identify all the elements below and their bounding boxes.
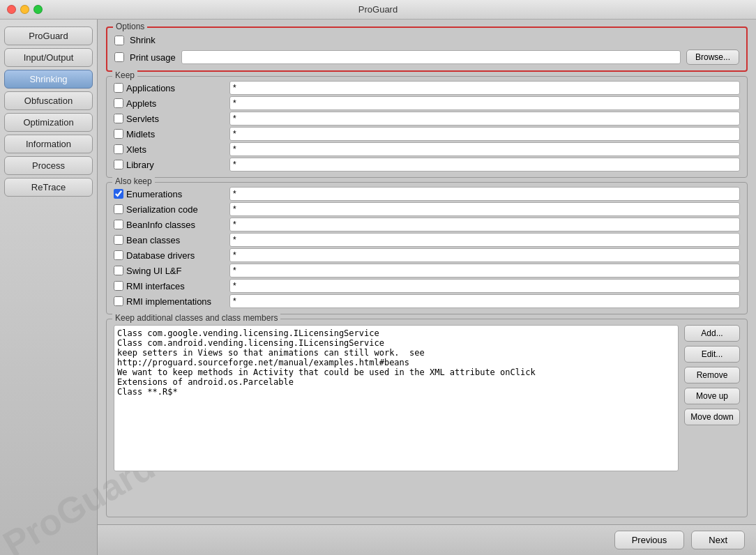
additional-buttons: Add... Edit... Remove Move up Move down <box>684 325 740 471</box>
sidebar-item-proguard[interactable]: ProGuard <box>4 26 93 45</box>
bean-classes-input[interactable] <box>229 233 740 247</box>
beaninfo-label: BeanInfo classes <box>114 220 225 230</box>
midlets-checkbox[interactable] <box>114 129 123 139</box>
sidebar-item-input-output[interactable]: Input/Output <box>4 48 93 67</box>
additional-label: Keep additional classes and class member… <box>112 313 280 323</box>
beaninfo-checkbox[interactable] <box>114 220 123 229</box>
database-drivers-input[interactable] <box>229 248 740 262</box>
serialization-input[interactable] <box>229 202 740 216</box>
minimize-button[interactable] <box>20 5 29 14</box>
library-input[interactable] <box>229 158 740 172</box>
applications-checkbox[interactable] <box>114 83 123 93</box>
remove-button[interactable]: Remove <box>684 367 740 383</box>
print-usage-label: Print usage <box>130 52 176 63</box>
also-keep-group: Also keep Enumerations Serialization cod… <box>106 182 748 314</box>
previous-button[interactable]: Previous <box>614 531 685 549</box>
also-keep-row-database-drivers: Database drivers <box>114 248 740 262</box>
library-label: Library <box>114 160 225 170</box>
also-keep-row-enumerations: Enumerations <box>114 187 740 201</box>
title-bar: ProGuard <box>0 0 756 20</box>
add-button[interactable]: Add... <box>684 325 740 342</box>
sidebar-item-process[interactable]: Process <box>4 156 93 175</box>
sidebar-item-obfuscation[interactable]: Obfuscation <box>4 91 93 110</box>
main-layout: ProGuard Input/Output Shrinking Obfuscat… <box>0 20 756 555</box>
also-keep-row-swing-ui: Swing UI L&F <box>114 264 740 278</box>
also-keep-row-beaninfo: BeanInfo classes <box>114 218 740 231</box>
keep-row-servlets: Servlets <box>114 112 740 126</box>
servlets-checkbox[interactable] <box>114 114 123 123</box>
midlets-label: Midlets <box>114 129 225 139</box>
sidebar-item-optimization[interactable]: Optimization <box>4 113 93 132</box>
shrink-label: Shrink <box>130 35 156 45</box>
also-keep-row-bean-classes: Bean classes <box>114 233 740 247</box>
bean-classes-label: Bean classes <box>114 235 225 245</box>
keep-row-applications: Applications <box>114 81 740 95</box>
bean-classes-checkbox[interactable] <box>114 235 123 245</box>
next-button[interactable]: Next <box>691 531 745 549</box>
shrink-checkbox[interactable] <box>114 36 124 45</box>
keep-row-applets: Applets <box>114 96 740 110</box>
content-area: Options Shrink Print usage Browse... Kee… <box>98 20 756 524</box>
additional-group: Keep additional classes and class member… <box>106 319 748 517</box>
rmi-interfaces-input[interactable] <box>229 279 740 293</box>
rmi-impl-label: RMI implementations <box>114 296 225 307</box>
keep-row-library: Library <box>114 158 740 172</box>
sidebar-item-retrace[interactable]: ReTrace <box>4 178 93 197</box>
keep-label: Keep <box>112 70 137 80</box>
rmi-impl-checkbox[interactable] <box>114 296 123 306</box>
enumerations-label: Enumerations <box>114 189 225 199</box>
print-usage-input[interactable] <box>181 50 681 64</box>
midlets-input[interactable] <box>229 127 740 141</box>
applets-checkbox[interactable] <box>114 98 123 108</box>
sidebar: ProGuard Input/Output Shrinking Obfuscat… <box>0 20 98 555</box>
database-drivers-label: Database drivers <box>114 250 225 261</box>
additional-textarea[interactable]: Class com.google.vending.licensing.ILice… <box>114 325 679 471</box>
applications-label: Applications <box>114 83 225 93</box>
swing-ui-checkbox[interactable] <box>114 266 123 275</box>
rmi-impl-input[interactable] <box>229 294 740 308</box>
swing-ui-input[interactable] <box>229 264 740 278</box>
applets-input[interactable] <box>229 96 740 110</box>
rmi-interfaces-label: RMI interfaces <box>114 281 225 291</box>
close-button[interactable] <box>7 5 16 14</box>
rmi-interfaces-checkbox[interactable] <box>114 281 123 291</box>
print-usage-row: Print usage Browse... <box>114 50 739 65</box>
also-keep-row-serialization: Serialization code <box>114 202 740 216</box>
xlets-input[interactable] <box>229 142 740 156</box>
traffic-lights <box>7 5 43 14</box>
options-group: Options Shrink Print usage Browse... <box>106 26 748 72</box>
edit-button[interactable]: Edit... <box>684 346 740 363</box>
serialization-checkbox[interactable] <box>114 204 123 214</box>
options-label: Options <box>113 22 147 31</box>
sidebar-item-shrinking[interactable]: Shrinking <box>4 70 93 89</box>
applets-label: Applets <box>114 98 225 109</box>
also-keep-row-rmi-interfaces: RMI interfaces <box>114 279 740 293</box>
serialization-label: Serialization code <box>114 204 225 215</box>
keep-group: Keep Applications Applets <box>106 76 748 178</box>
footer: Previous Next <box>98 524 756 555</box>
swing-ui-label: Swing UI L&F <box>114 266 225 276</box>
xlets-checkbox[interactable] <box>114 144 123 154</box>
servlets-input[interactable] <box>229 112 740 126</box>
enumerations-input[interactable] <box>229 187 740 201</box>
browse-button[interactable]: Browse... <box>686 50 739 65</box>
window-title: ProGuard <box>358 4 398 15</box>
servlets-label: Servlets <box>114 114 225 124</box>
print-usage-checkbox[interactable] <box>114 52 124 62</box>
additional-inner: Class com.google.vending.licensing.ILice… <box>114 325 740 471</box>
xlets-label: Xlets <box>114 144 225 155</box>
applications-input[interactable] <box>229 81 740 95</box>
move-up-button[interactable]: Move up <box>684 388 740 404</box>
also-keep-row-rmi-impl: RMI implementations <box>114 294 740 308</box>
maximize-button[interactable] <box>33 5 43 14</box>
library-checkbox[interactable] <box>114 160 123 169</box>
database-drivers-checkbox[interactable] <box>114 250 123 260</box>
also-keep-label: Also keep <box>112 176 155 186</box>
sidebar-item-information[interactable]: Information <box>4 135 93 153</box>
keep-row-xlets: Xlets <box>114 142 740 156</box>
move-down-button[interactable]: Move down <box>684 409 740 425</box>
beaninfo-input[interactable] <box>229 218 740 231</box>
keep-row-midlets: Midlets <box>114 127 740 141</box>
enumerations-checkbox[interactable] <box>114 189 123 199</box>
shrink-row: Shrink <box>114 35 739 45</box>
